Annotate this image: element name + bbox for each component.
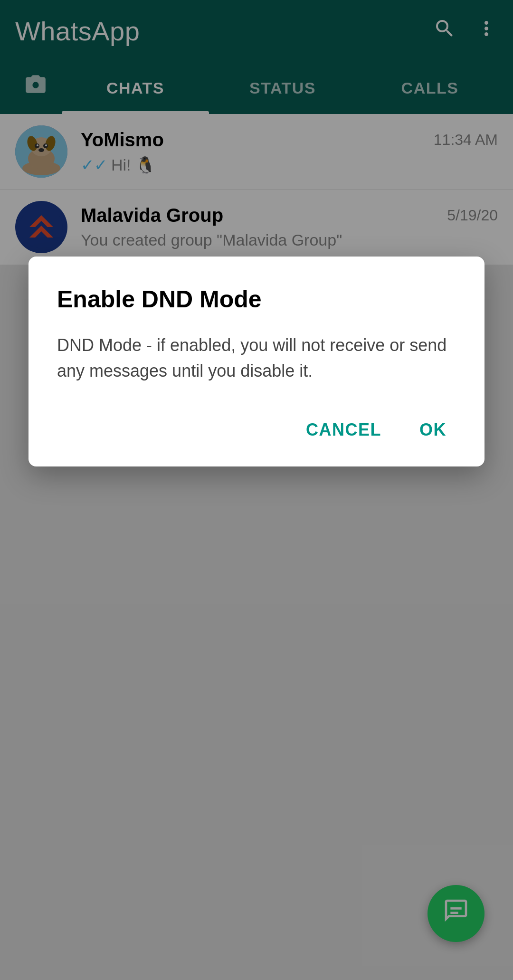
dialog-title: Enable DND Mode [57,285,456,314]
dialog-body: DND Mode - if enabled, you will not rece… [57,333,456,384]
cancel-button[interactable]: CANCEL [296,412,391,447]
ok-button[interactable]: OK [410,412,456,447]
dnd-dialog: Enable DND Mode DND Mode - if enabled, y… [28,257,484,466]
dialog-buttons: CANCEL OK [57,412,456,447]
dialog-overlay [0,0,513,980]
